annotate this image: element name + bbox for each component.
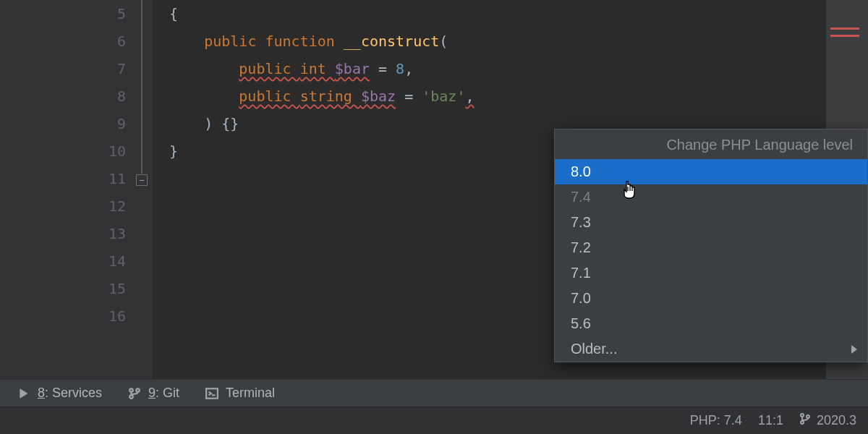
line-number: 15 <box>0 275 126 302</box>
code-line: public function __construct( <box>169 27 868 55</box>
line-number: 13 <box>0 220 126 247</box>
line-number: 16 <box>0 302 126 330</box>
popup-item-php-8-0[interactable]: 8.0 <box>555 159 867 184</box>
svg-point-6 <box>801 421 804 424</box>
fold-collapse-icon[interactable]: − <box>136 174 148 186</box>
popup-item-php-7-0[interactable]: 7.0 <box>555 286 867 311</box>
gutter: 5 6 7 8 9 10 11 12 13 14 15 16 − <box>0 0 152 379</box>
status-version[interactable]: 2020.3 <box>799 413 856 428</box>
popup-item-php-7-2[interactable]: 7.2 <box>555 235 867 260</box>
status-php-level[interactable]: PHP: 7.4 <box>690 413 742 428</box>
line-number: 14 <box>0 247 126 275</box>
line-number: 6 <box>0 27 126 55</box>
svg-point-1 <box>129 388 133 392</box>
tool-tab-services[interactable]: 8: Services <box>4 380 115 407</box>
popup-item-php-7-3[interactable]: 7.3 <box>555 210 867 235</box>
svg-point-2 <box>136 388 140 392</box>
line-number: 7 <box>0 55 126 82</box>
intention-popup: Change PHP Language level 8.0 7.4 7.3 7.… <box>554 129 868 362</box>
popup-item-older[interactable]: Older... <box>555 336 867 362</box>
popup-item-php-7-4[interactable]: 7.4 <box>555 184 867 210</box>
pointer-cursor-icon <box>621 180 637 203</box>
popup-item-php-5-6[interactable]: 5.6 <box>555 311 867 336</box>
git-branch-icon <box>128 387 141 400</box>
code-line: public int $bar = 8, <box>169 55 868 82</box>
code-line: public string $baz = 'baz', <box>169 82 868 110</box>
svg-point-5 <box>801 414 804 417</box>
status-caret-position[interactable]: 11:1 <box>758 413 783 428</box>
line-number: 10 <box>0 137 126 165</box>
tool-tab-terminal[interactable]: Terminal <box>192 380 288 407</box>
line-number: 8 <box>0 82 126 110</box>
line-number: 9 <box>0 110 126 137</box>
code-line: { <box>169 0 868 27</box>
svg-point-3 <box>129 395 133 399</box>
error-marker-icon[interactable] <box>830 35 859 37</box>
chevron-right-icon <box>851 345 857 354</box>
svg-marker-0 <box>20 388 27 399</box>
line-number: 5 <box>0 0 126 27</box>
line-number: 11 <box>0 165 126 192</box>
error-marker-icon[interactable] <box>830 27 859 30</box>
tool-tab-git[interactable]: 9: Git <box>115 380 192 407</box>
svg-point-7 <box>807 415 809 418</box>
popup-title: Change PHP Language level <box>555 129 867 159</box>
git-branch-icon <box>799 413 811 428</box>
terminal-icon <box>205 387 218 400</box>
fold-guide-line <box>141 0 142 174</box>
status-bar: PHP: 7.4 11:1 2020.3 <box>0 407 868 434</box>
line-number: 12 <box>0 192 126 220</box>
popup-item-php-7-1[interactable]: 7.1 <box>555 260 867 286</box>
play-icon <box>17 387 30 400</box>
tool-window-bar: 8: Services 9: Git Terminal <box>0 379 868 407</box>
